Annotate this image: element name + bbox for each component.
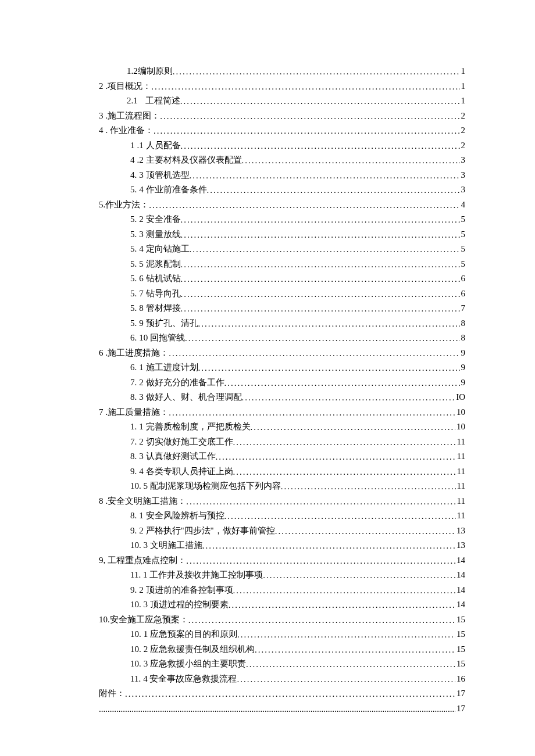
toc-entry: 8.3 做好人、财、机合理调配IO [99, 393, 465, 403]
toc-entry: 2.1工程简述1 [99, 96, 465, 107]
toc-entry: 10.3 应急救援小组的主要职责15 [99, 660, 465, 670]
toc-label: 4 各类专职人员持证上岗 [139, 467, 233, 476]
toc-label: 1.2编制原则 [127, 67, 173, 76]
toc-leader-dots [169, 349, 459, 358]
toc-leader-dots [149, 201, 459, 210]
toc-entry: 8.3 认真做好测试工作11 [99, 452, 465, 463]
toc-page-number: 10 [455, 422, 465, 431]
toc-label: 1 施工进度计划 [139, 363, 198, 372]
toc-leader-dots [151, 83, 459, 91]
toc-number: 7. [130, 378, 139, 387]
toc-entry: 9.2 严格执行"四步法"，做好事前管控13 [99, 526, 465, 537]
toc-label: 4 安全事故应急救援流程 [143, 675, 237, 683]
toc-entry: 11. 1 工作井及接收井施工控制事项14 [99, 571, 465, 581]
toc-number: 4. [130, 171, 139, 180]
toc-page-number: 3 [460, 185, 466, 194]
toc-leader-dots [186, 497, 455, 506]
toc-leader-dots [160, 112, 459, 121]
toc-number: 9. [130, 526, 139, 535]
toc-entry: 9,工程重点难点控制：14 [99, 556, 465, 567]
toc-leader-dots [233, 586, 456, 595]
table-of-contents: 1.2编制原则12.项目概况：12.1工程简述13.施工流程图：24. 作业准备… [99, 67, 465, 715]
toc-leader-dots [246, 660, 455, 669]
toc-page-number: 17 [455, 689, 465, 698]
toc-number: 6. [130, 334, 139, 342]
toc-entry: 附件：17 [99, 689, 465, 700]
toc-leader-dots [224, 512, 456, 521]
toc-entry: 5.4 作业前准备条件3 [99, 185, 465, 196]
toc-leader-dots [255, 646, 455, 654]
toc-leader-dots [233, 468, 456, 476]
toc-page-number: 9 [460, 349, 466, 357]
toc-number: 5. [130, 215, 139, 224]
toc-leader-dots [202, 542, 455, 550]
toc-entry: 4.3 顶管机选型3 [99, 171, 465, 181]
toc-number: 6. [130, 363, 139, 372]
toc-leader-dots [181, 275, 460, 284]
toc-number: 8 [99, 497, 106, 506]
toc-number: 5. [130, 185, 139, 194]
toc-number: 2.1 [127, 96, 140, 105]
toc-page-number: 6 [460, 274, 466, 283]
toc-entry: 9.4 各类专职人员持证上岗11 [99, 467, 465, 478]
toc-label: .施工进度措施： [106, 349, 169, 357]
toc-label: 1 安全风险辨析与预控 [139, 511, 224, 520]
toc-leader-dots [242, 156, 460, 165]
toc-number: 5. [130, 289, 139, 298]
toc-entry: 4.2 主要材料及仪器仪表配置3 [99, 156, 465, 166]
toc-leader-dots [275, 527, 455, 536]
toc-leader-dots [188, 616, 455, 625]
toc-page-number: 16 [455, 675, 465, 683]
toc-number: 5. [130, 274, 139, 283]
toc-entry: 5.8 管材焊接7 [99, 304, 465, 314]
toc-leader-dots [181, 260, 460, 269]
toc-entry: 5.9 预扩孔、清孔8 [99, 319, 465, 329]
toc-entry: 8.1 安全风险辨析与预控11 [99, 511, 465, 522]
toc-leader-dots [207, 186, 460, 195]
toc-page-number: 14 [455, 556, 465, 565]
toc-label: 2 切实做好施工交底工作 [139, 438, 233, 446]
toc-entry: 7.2 做好充分的准备工作9 [99, 378, 465, 389]
toc-leader-dots [198, 320, 460, 328]
toc-entry: 5.3 测量放线5 [99, 230, 465, 241]
toc-label: 2 做好充分的准备工作 [139, 378, 224, 387]
toc-leader-dots [233, 438, 456, 447]
toc-leader-dots [181, 142, 460, 151]
toc-label: 1 应急预案的目的和原则 [144, 630, 237, 639]
toc-entry: 10.安全施工应急预案：15 [99, 615, 465, 626]
toc-entry: 2.项目概况：1 [99, 82, 465, 92]
toc-page-number: 11 [456, 482, 465, 490]
toc-label: 9 预扩孔、清孔 [139, 319, 198, 328]
toc-page-number: 15 [455, 645, 465, 654]
toc-label: . 作业准备： [106, 126, 154, 135]
toc-page-number: 11 [456, 452, 465, 461]
toc-entry: 10. 3 文明施工措施13 [99, 541, 465, 551]
toc-number: 5. [130, 260, 139, 268]
toc-label: 3 认真做好测试工作 [139, 452, 215, 461]
toc-label: 11. 1 工作井及接收井施工控制事项 [130, 571, 263, 579]
toc-label: 4 作业前准备条件 [139, 185, 206, 194]
toc-page-number: 8 [460, 319, 466, 328]
toc-entry: 10. 5 配制泥浆现场检测应包括下列内容11 [99, 482, 465, 492]
toc-label: 附件： [99, 689, 125, 698]
toc-page-number: 14 [455, 600, 465, 609]
toc-leader-dots [281, 482, 456, 491]
toc-page-number: 1 [460, 82, 466, 91]
toc-leader-dots [237, 675, 455, 684]
toc-label: 1 完善质检制度，严把质检关 [139, 422, 250, 431]
toc-page-number: 17 [455, 704, 465, 713]
toc-number: 7 [99, 408, 106, 417]
toc-label: 2 安全准备 [139, 215, 180, 224]
toc-label: 10. 3 文明施工措施 [130, 541, 202, 550]
toc-label: 10. 3 顶进过程的控制要素 [130, 600, 229, 609]
toc-label: .安全文明施工措施： [106, 497, 187, 506]
toc-label: .施工质量措施： [106, 408, 169, 417]
toc-page-number: 2 [460, 141, 466, 150]
toc-label: 10.安全施工应急预案： [99, 615, 188, 624]
toc-page-number: 15 [455, 630, 465, 639]
toc-page-number: 9 [460, 363, 466, 372]
toc-label: .项目概况： [106, 82, 152, 91]
toc-page-number: 11 [456, 497, 465, 506]
toc-page-number: 3 [460, 156, 466, 164]
toc-label: 5.作业方法： [99, 200, 149, 209]
